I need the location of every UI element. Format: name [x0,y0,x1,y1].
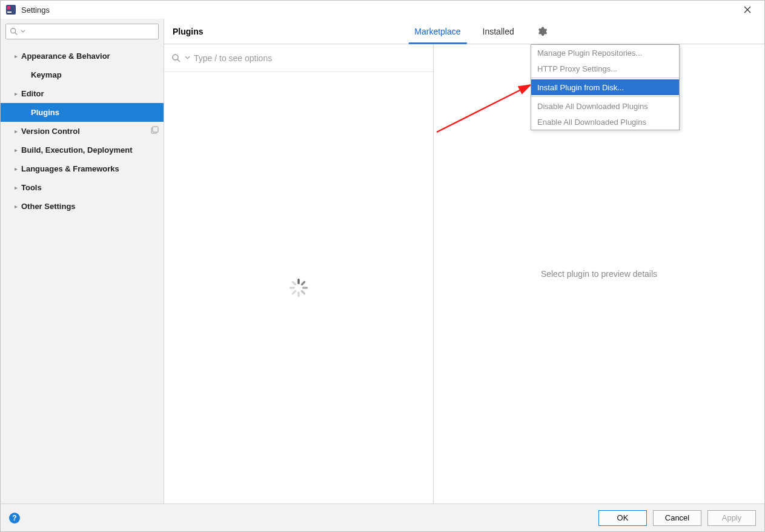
ok-button[interactable]: OK [598,510,647,526]
settings-body: ▸ Appearance & Behavior Keymap ▸ Editor … [1,19,764,504]
svg-point-3 [11,28,16,33]
cancel-button[interactable]: Cancel [653,510,701,526]
plugins-columns: Select plugin to preview details Manage … [164,44,764,504]
plugins-header: Plugins Marketplace Installed [164,19,764,44]
page-title: Plugins [173,27,204,36]
chevron-right-icon: ▸ [12,147,20,153]
menu-item-label: Install Plugin from Disk... [537,83,624,92]
sidebar-item-label: Version Control [21,127,80,136]
svg-line-12 [302,291,304,293]
tab-label: Installed [483,27,514,36]
tab-marketplace[interactable]: Marketplace [412,19,463,44]
close-icon [744,6,751,13]
annotation-arrow-icon [434,78,543,135]
tab-installed[interactable]: Installed [480,19,517,44]
sidebar-item-languages-frameworks[interactable]: ▸ Languages & Frameworks [1,159,164,178]
menu-item-label: Manage Plugin Repositories... [537,48,642,58]
sidebar-item-label: Languages & Frameworks [21,164,119,173]
sidebar-item-label: Plugins [31,108,59,117]
svg-rect-6 [153,127,158,132]
sidebar-item-build-execution-deployment[interactable]: ▸ Build, Execution, Deployment [1,141,164,159]
settings-window: Settings ▸ Appearance & Behavior [0,0,765,532]
plugin-detail-placeholder: Select plugin to preview details [541,269,657,279]
gear-dropdown-menu: Manage Plugin Repositories... HTTP Proxy… [531,44,680,130]
project-level-icon [150,126,159,136]
settings-main: Plugins Marketplace Installed [164,19,764,504]
help-button[interactable]: ? [9,513,20,524]
plugin-list-panel [164,44,434,504]
chevron-right-icon: ▸ [12,128,20,135]
loading-spinner-icon [288,278,309,298]
sidebar-item-editor[interactable]: ▸ Editor [1,84,164,103]
menu-item-manage-repositories[interactable]: Manage Plugin Repositories... [531,45,679,61]
settings-sidebar: ▸ Appearance & Behavior Keymap ▸ Editor … [1,19,164,504]
plugin-search-input[interactable] [194,53,426,63]
window-title: Settings [21,5,50,15]
sidebar-search-field[interactable] [5,24,159,39]
sidebar-item-other-settings[interactable]: ▸ Other Settings [1,197,164,216]
chevron-down-icon [185,55,190,61]
menu-separator [531,78,679,78]
menu-item-label: HTTP Proxy Settings... [537,64,617,73]
plugin-loading-area [164,72,433,504]
svg-rect-1 [7,6,10,9]
titlebar: Settings [1,1,764,19]
menu-item-label: Disable All Downloaded Plugins [537,102,648,111]
svg-line-17 [437,85,531,132]
sidebar-item-version-control[interactable]: ▸ Version Control [1,122,164,141]
svg-line-8 [177,59,180,62]
sidebar-item-label: Other Settings [21,202,76,211]
chevron-right-icon: ▸ [12,165,20,172]
plugin-search-row [164,44,433,72]
sidebar-item-label: Appearance & Behavior [21,52,110,61]
gear-icon [537,26,548,37]
sidebar-item-appearance-behavior[interactable]: ▸ Appearance & Behavior [1,47,164,65]
sidebar-search-input[interactable] [28,27,154,36]
menu-item-install-from-disk[interactable]: Install Plugin from Disk... [531,79,679,95]
menu-item-enable-all[interactable]: Enable All Downloaded Plugins [531,114,679,130]
chevron-down-icon [21,29,25,34]
search-icon [10,27,18,36]
chevron-right-icon: ▸ [12,53,20,59]
menu-item-http-proxy[interactable]: HTTP Proxy Settings... [531,61,679,76]
window-close-button[interactable] [735,1,760,19]
apply-button[interactable]: Apply [707,510,756,526]
sidebar-item-label: Build, Execution, Deployment [21,145,132,155]
chevron-right-icon: ▸ [12,203,20,210]
settings-tree: ▸ Appearance & Behavior Keymap ▸ Editor … [1,44,164,504]
sidebar-item-tools[interactable]: ▸ Tools [1,178,164,197]
sidebar-search-wrap [1,19,164,44]
menu-item-label: Enable All Downloaded Plugins [537,118,646,127]
sidebar-item-plugins[interactable]: Plugins [1,103,164,122]
svg-line-10 [302,282,304,284]
search-icon [171,53,181,63]
sidebar-item-label: Tools [21,183,42,192]
intellij-app-icon [5,4,16,15]
sidebar-item-keymap[interactable]: Keymap [1,65,164,84]
sidebar-item-label: Keymap [31,70,62,79]
tab-label: Marketplace [414,27,460,36]
menu-separator [531,96,679,97]
chevron-right-icon: ▸ [12,184,20,191]
plugin-detail-panel: Select plugin to preview details Manage … [434,44,764,504]
settings-footer: ? OK Cancel Apply [1,504,764,531]
svg-point-7 [173,55,178,60]
sidebar-item-label: Editor [21,89,44,98]
menu-item-disable-all[interactable]: Disable All Downloaded Plugins [531,98,679,114]
svg-rect-2 [7,12,12,13]
plugins-tabs: Marketplace Installed [412,19,516,44]
svg-line-16 [293,282,295,284]
svg-line-4 [15,33,18,35]
chevron-right-icon: ▸ [12,90,20,97]
svg-line-14 [293,291,295,293]
plugins-gear-button[interactable] [537,19,548,44]
